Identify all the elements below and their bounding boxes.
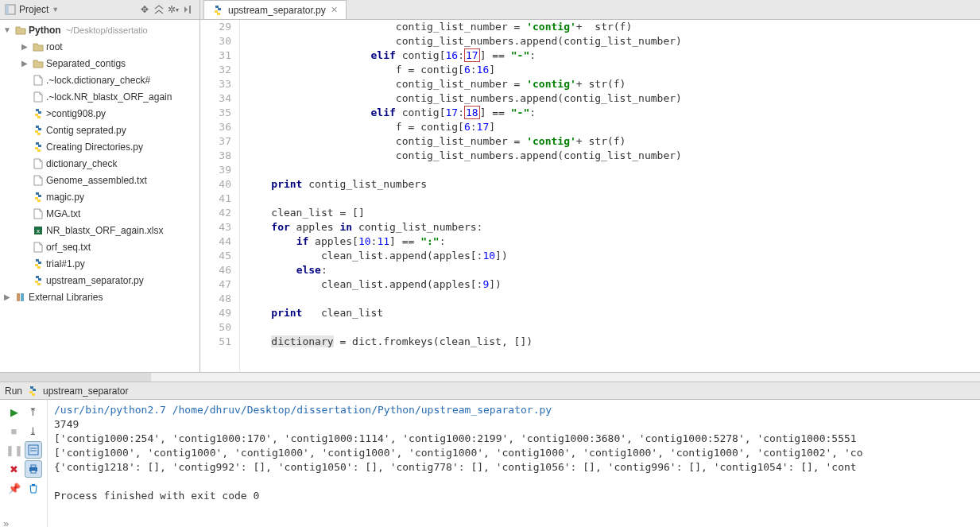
svg-rect-1 — [6, 5, 9, 14]
project-view-icon — [5, 4, 16, 15]
code-editor[interactable]: 2930313233343536373839404142434445464748… — [200, 20, 980, 372]
code-content[interactable]: contig_list_number = 'contig'+ str(f) co… — [240, 20, 980, 372]
toggle-soft-wrap-icon[interactable] — [25, 441, 42, 459]
tree-item[interactable]: .~lock.NR_blastx_ORF_again — [0, 88, 199, 105]
project-header-label[interactable]: Project — [19, 4, 48, 15]
settings-gear-icon[interactable]: ✲▾ — [166, 2, 180, 17]
tree-item[interactable]: ▶root — [0, 38, 199, 55]
dropdown-icon[interactable]: ▼ — [52, 6, 59, 14]
clear-all-icon[interactable] — [25, 479, 42, 497]
tab-upstream-separator[interactable]: upstream_separator.py ✕ — [203, 0, 347, 19]
rerun-icon[interactable]: ▶ — [6, 403, 23, 420]
close-tab-icon[interactable]: ✕ — [331, 5, 338, 15]
tree-item[interactable]: MGA.txt — [0, 205, 199, 222]
expand-icon[interactable]: » — [0, 517, 16, 527]
tree-item[interactable]: magic.py — [0, 188, 199, 205]
tree-item[interactable]: Contig seprated.py — [0, 122, 199, 138]
tree-item[interactable]: trial#1.py — [0, 255, 199, 272]
svg-rect-5 — [17, 293, 20, 301]
svg-rect-9 — [31, 465, 36, 467]
scroll-from-source-icon[interactable]: ✥ — [138, 2, 152, 17]
pause-icon[interactable]: ❚❚ — [6, 441, 23, 459]
scroll-down-icon[interactable]: ⤓ — [25, 422, 42, 440]
editor-panel: upstream_separator.py ✕ 2930313233343536… — [200, 0, 980, 372]
collapse-all-icon[interactable] — [152, 2, 166, 17]
scroll-up-icon[interactable]: ⤒ — [25, 403, 42, 420]
tab-label: upstream_separator.py — [228, 5, 326, 16]
console-output[interactable]: /usr/bin/python2.7 /home/dhruv/Desktop/d… — [48, 400, 980, 527]
svg-text:x: x — [37, 227, 40, 234]
svg-rect-6 — [21, 293, 24, 301]
run-header-label: Run — [5, 386, 22, 397]
svg-rect-10 — [31, 471, 36, 473]
run-header: Run upstream_separator — [0, 382, 980, 400]
tree-item[interactable]: upstream_separator.py — [0, 272, 199, 289]
tree-item[interactable]: orf_seq.txt — [0, 238, 199, 255]
tree-item[interactable]: xNR_blastx_ORF_again.xlsx — [0, 222, 199, 238]
tree-item[interactable]: Creating Directories.py — [0, 138, 199, 155]
python-file-icon — [212, 5, 223, 16]
close-run-icon[interactable]: ✖ — [6, 460, 23, 478]
run-config-name[interactable]: upstream_separator — [43, 386, 128, 397]
svg-rect-2 — [189, 6, 191, 14]
tree-item[interactable]: Genome_assembled.txt — [0, 172, 199, 188]
print-icon[interactable] — [25, 460, 42, 478]
project-header: Project ▼ ✥ ✲▾ — [0, 0, 199, 20]
tree-item[interactable]: .~lock.dictionary_check# — [0, 72, 199, 88]
project-tool-window: Project ▼ ✥ ✲▾ ▼Python~/Desktop/disserta… — [0, 0, 200, 372]
svg-rect-7 — [29, 445, 38, 455]
tree-external-libraries[interactable]: ▶External Libraries — [0, 289, 199, 305]
line-number-gutter: 2930313233343536373839404142434445464748… — [200, 20, 240, 372]
run-toolbar: ▶ ⤒ ■ ⤓ ❚❚ ✖ 📌 — [0, 400, 48, 527]
project-tree[interactable]: ▼Python~/Desktop/dissertatio▶root▶Separa… — [0, 20, 199, 372]
tree-item[interactable]: ▶Separated_contigs — [0, 55, 199, 72]
python-file-icon — [27, 386, 38, 397]
hide-panel-icon[interactable] — [180, 2, 195, 17]
pin-icon[interactable]: 📌 — [6, 479, 23, 497]
panel-divider[interactable] — [0, 372, 980, 382]
run-tool-window: Run upstream_separator ▶ ⤒ ■ ⤓ ❚❚ ✖ — [0, 382, 980, 527]
tree-item[interactable]: >contig908.py — [0, 105, 199, 122]
tree-item[interactable]: dictionary_check — [0, 155, 199, 172]
editor-tabs: upstream_separator.py ✕ — [200, 0, 980, 20]
stop-icon[interactable]: ■ — [6, 422, 23, 440]
tree-root[interactable]: ▼Python~/Desktop/dissertatio — [0, 21, 199, 38]
